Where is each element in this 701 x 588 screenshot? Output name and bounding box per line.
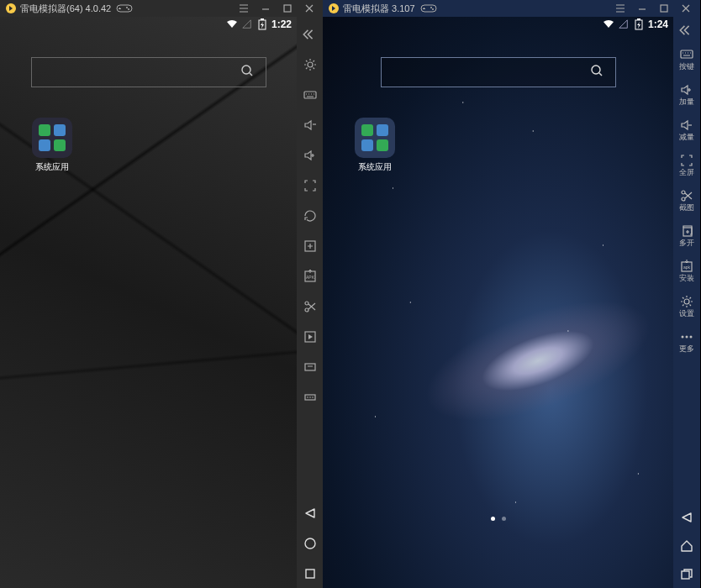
svg-point-30 (432, 8, 434, 10)
titlebar-right: 雷电模拟器 3.107 (323, 0, 700, 17)
apk-icon[interactable]: APK (298, 264, 322, 289)
svg-rect-31 (661, 5, 667, 12)
svg-rect-33 (637, 18, 640, 20)
svg-point-36 (682, 191, 685, 194)
svg-point-9 (242, 66, 250, 74)
page-indicator (491, 517, 506, 521)
collapse-icon[interactable] (675, 22, 698, 39)
menu-icon[interactable] (235, 1, 253, 16)
svg-rect-6 (284, 5, 291, 12)
multi-instance-button[interactable]: 多开 (675, 220, 698, 250)
svg-point-37 (682, 197, 685, 201)
svg-point-4 (126, 7, 128, 8)
home-icon[interactable] (298, 531, 322, 556)
svg-text:APK: APK (306, 275, 315, 280)
svg-text:apk: apk (683, 265, 691, 270)
app-logo-icon (5, 3, 17, 14)
minimize-icon[interactable] (256, 1, 275, 16)
more-icon[interactable] (298, 385, 322, 410)
svg-point-16 (305, 308, 308, 312)
svg-rect-35 (681, 50, 693, 58)
volume-up-button[interactable]: 加量 (675, 79, 698, 109)
battery-icon (633, 18, 645, 30)
volume-down-icon[interactable] (298, 113, 322, 138)
close-icon[interactable] (677, 1, 695, 16)
add-icon[interactable] (298, 234, 322, 259)
search-bar[interactable] (381, 57, 616, 87)
recents-icon[interactable] (298, 561, 322, 586)
install-apk-button[interactable]: apk安装 (675, 255, 698, 286)
app-folder-system[interactable]: 系统应用 (348, 118, 402, 173)
status-time: 1:22 (271, 18, 292, 30)
screenshot-button[interactable]: 截图 (675, 185, 698, 215)
minimize-icon[interactable] (633, 1, 651, 16)
close-icon[interactable] (300, 1, 319, 16)
more-button[interactable]: 更多 (675, 326, 698, 356)
settings-icon[interactable] (298, 52, 322, 77)
folder-icon (32, 118, 72, 158)
svg-point-10 (308, 62, 313, 67)
svg-point-23 (305, 538, 315, 549)
toolbar-right: 按键 加量 减量 全屏 截图 多开 apk安装 设置 更多 (673, 17, 700, 588)
keyboard-icon[interactable] (298, 82, 322, 108)
wifi-icon (226, 18, 238, 30)
keymap-button[interactable]: 按键 (675, 44, 698, 74)
svg-rect-11 (304, 92, 316, 98)
rotate-icon[interactable] (298, 203, 322, 228)
window-title: 雷电模拟器 3.107 (343, 3, 415, 15)
svg-point-42 (682, 336, 684, 339)
signal-icon (618, 18, 630, 30)
scissors-icon[interactable] (298, 294, 322, 319)
back-icon[interactable] (675, 506, 698, 529)
svg-point-44 (690, 336, 693, 339)
app-folder-label: 系统应用 (25, 161, 79, 173)
svg-point-5 (128, 8, 129, 10)
recents-icon[interactable] (675, 563, 698, 586)
screen-icon[interactable] (298, 354, 322, 380)
volume-down-button[interactable]: 减量 (675, 114, 698, 144)
maximize-icon[interactable] (278, 1, 297, 16)
settings-button[interactable]: 设置 (675, 291, 698, 321)
home-icon[interactable] (675, 534, 698, 558)
status-time: 1:24 (648, 18, 668, 30)
svg-point-41 (684, 299, 689, 304)
fullscreen-button[interactable]: 全屏 (675, 150, 698, 180)
svg-rect-24 (306, 570, 314, 578)
search-icon (590, 64, 603, 81)
svg-rect-28 (423, 8, 425, 9)
search-bar[interactable] (31, 57, 266, 87)
collapse-icon[interactable] (298, 22, 322, 47)
gamepad-icon[interactable] (420, 3, 437, 13)
play-icon[interactable] (298, 324, 322, 349)
svg-point-34 (592, 66, 600, 74)
maximize-icon[interactable] (655, 1, 673, 16)
emulator-right: 雷电模拟器 3.107 1:24 系统应用 (323, 0, 700, 588)
signal-icon (241, 18, 253, 30)
app-folder-system[interactable]: 系统应用 (25, 118, 79, 173)
toolbar-left: APK (297, 17, 324, 588)
window-title: 雷电模拟器(64) 4.0.42 (20, 3, 111, 15)
status-bar: 1:24 (603, 18, 668, 30)
folder-icon (355, 118, 395, 158)
app-logo-icon (328, 3, 340, 14)
battery-icon (256, 18, 268, 30)
svg-point-20 (307, 396, 308, 398)
svg-rect-3 (119, 8, 121, 9)
gamepad-icon[interactable] (116, 3, 133, 13)
volume-up-icon[interactable] (298, 143, 322, 168)
svg-point-21 (309, 396, 311, 398)
search-icon (240, 64, 254, 81)
svg-point-15 (305, 302, 308, 305)
svg-rect-8 (261, 18, 264, 20)
titlebar-left: 雷电模拟器(64) 4.0.42 (0, 0, 324, 17)
status-bar: 1:22 (226, 18, 292, 30)
svg-point-22 (312, 396, 314, 398)
android-screen-left[interactable]: 1:22 系统应用 (0, 17, 297, 588)
wifi-icon (603, 18, 614, 30)
emulator-left: 雷电模拟器(64) 4.0.42 1:22 系统应用 (0, 0, 324, 588)
android-screen-right[interactable]: 1:24 系统应用 (323, 17, 673, 588)
svg-point-29 (430, 7, 432, 8)
back-icon[interactable] (298, 501, 322, 526)
fullscreen-icon[interactable] (298, 173, 322, 198)
menu-icon[interactable] (611, 1, 630, 16)
